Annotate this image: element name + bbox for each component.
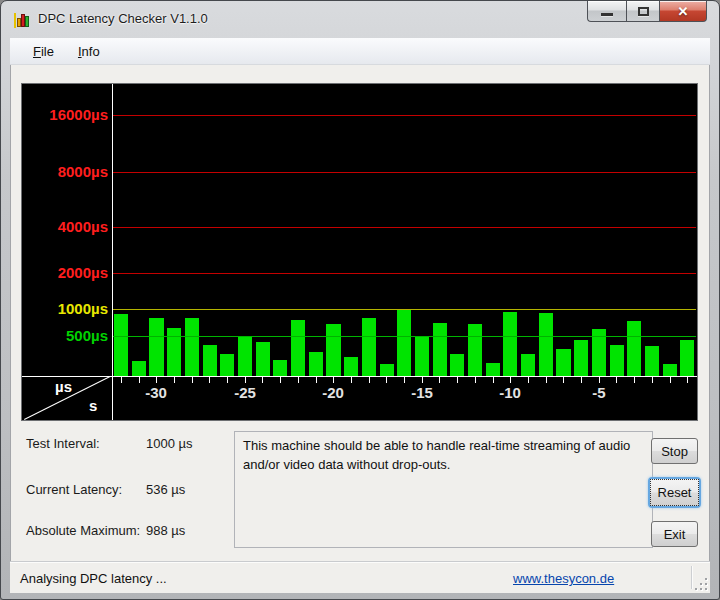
latency-bar: [503, 312, 517, 376]
latency-bar: [132, 361, 146, 376]
x-axis-label--30: -30: [126, 384, 186, 401]
menu-bar: File Info: [10, 38, 710, 65]
result-message-box: This machine should be able to handle re…: [234, 431, 653, 548]
exit-button[interactable]: Exit: [651, 521, 698, 547]
x-axis-tick: [369, 377, 370, 383]
y-axis-label-2000us: 2000µs: [22, 265, 108, 280]
x-axis-tick: [262, 377, 263, 383]
x-unit-label: s: [89, 397, 97, 414]
x-axis-tick: [670, 377, 671, 383]
x-axis-tick: [563, 377, 564, 383]
maximize-button[interactable]: [626, 1, 660, 22]
latency-bar: [415, 336, 429, 377]
x-axis-tick: [192, 377, 193, 383]
latency-bar: [326, 324, 340, 376]
x-axis-tick: [616, 377, 617, 383]
test-interval-label: Test Interval:: [26, 436, 100, 451]
statusbar-divider: [691, 566, 692, 589]
latency-bar: [556, 349, 570, 376]
status-bar: Analysing DPC latency ... www.thesycon.d…: [10, 561, 710, 593]
thesycon-link[interactable]: www.thesycon.de: [513, 571, 614, 586]
latency-chart: 16000µs8000µs4000µs2000µs1000µs500µs-30-…: [21, 83, 698, 421]
x-axis-tick: [316, 377, 317, 383]
x-axis-tick: [333, 377, 334, 383]
x-axis-label--5: -5: [569, 384, 629, 401]
latency-bar: [256, 342, 270, 376]
x-axis-tick: [422, 377, 423, 383]
absolute-maximum-value: 988 µs: [146, 523, 185, 538]
x-axis-tick: [546, 377, 547, 383]
latency-bar: [220, 354, 234, 376]
minimize-button[interactable]: [587, 1, 626, 22]
x-axis-line: [22, 376, 698, 377]
gridline-4000us: [112, 227, 696, 228]
absolute-maximum-label: Absolute Maximum:: [26, 523, 140, 538]
x-axis-tick: [156, 377, 157, 383]
reset-button[interactable]: Reset: [648, 477, 701, 508]
x-axis-tick: [475, 377, 476, 383]
current-latency-label: Current Latency:: [26, 482, 122, 497]
x-axis-label--10: -10: [480, 384, 540, 401]
x-axis-tick: [245, 377, 246, 383]
minimize-icon: [601, 13, 613, 16]
y-axis-label-8000us: 8000µs: [22, 164, 108, 179]
latency-bar: [114, 314, 128, 376]
app-icon: [14, 11, 31, 28]
latency-bar: [574, 340, 588, 376]
status-text: Analysing DPC latency ...: [20, 571, 167, 586]
latency-bar: [344, 357, 358, 376]
window-title: DPC Latency Checker V1.1.0: [38, 11, 208, 26]
x-axis-tick: [599, 377, 600, 383]
latency-bar: [663, 364, 677, 376]
latency-bar: [680, 340, 694, 376]
x-axis-label--20: -20: [303, 384, 363, 401]
x-axis-tick: [439, 377, 440, 383]
close-icon: ✕: [678, 5, 689, 18]
latency-bar: [539, 313, 553, 376]
stop-button[interactable]: Stop: [651, 438, 698, 464]
latency-bar: [468, 324, 482, 376]
latency-bar: [185, 318, 199, 376]
latency-bar: [362, 318, 376, 376]
x-axis-tick: [528, 377, 529, 383]
close-button[interactable]: ✕: [660, 1, 707, 22]
gridline-16000us: [112, 115, 696, 116]
latency-bar: [521, 354, 535, 376]
x-axis-tick: [351, 377, 352, 383]
x-axis-tick: [652, 377, 653, 383]
x-axis-tick: [386, 377, 387, 383]
title-bar[interactable]: DPC Latency Checker V1.1.0 ✕: [1, 1, 719, 38]
y-unit-label: µs: [55, 378, 72, 395]
latency-bar: [645, 346, 659, 376]
menu-item-info[interactable]: Info: [68, 41, 110, 62]
x-axis-tick: [493, 377, 494, 383]
app-window: DPC Latency Checker V1.1.0 ✕ File Info 1…: [0, 0, 720, 600]
y-axis-label-4000us: 4000µs: [22, 219, 108, 234]
window-controls: ✕: [587, 1, 707, 22]
latency-bar: [486, 363, 500, 376]
x-axis-tick: [174, 377, 175, 383]
x-axis-tick: [404, 377, 405, 383]
latency-bar: [380, 364, 394, 376]
x-axis-tick: [457, 377, 458, 383]
menu-item-file[interactable]: File: [23, 41, 64, 62]
gridline-1000us: [112, 309, 696, 310]
resize-grip[interactable]: [694, 577, 707, 590]
y-axis-label-500us: 500µs: [22, 328, 108, 343]
latency-bar: [149, 318, 163, 376]
latency-bar: [433, 323, 447, 376]
x-axis-tick: [227, 377, 228, 383]
y-axis-label-16000us: 16000µs: [22, 107, 108, 122]
latency-bar: [610, 345, 624, 376]
latency-bar: [291, 320, 305, 376]
latency-bar: [309, 352, 323, 376]
x-axis-tick: [687, 377, 688, 383]
gridline-500us: [112, 336, 696, 337]
x-axis-tick: [298, 377, 299, 383]
x-axis-tick: [139, 377, 140, 383]
latency-bar: [203, 345, 217, 376]
y-axis-label-1000us: 1000µs: [22, 301, 108, 316]
x-axis-tick: [510, 377, 511, 383]
x-axis-tick: [121, 377, 122, 383]
gridline-8000us: [112, 172, 696, 173]
